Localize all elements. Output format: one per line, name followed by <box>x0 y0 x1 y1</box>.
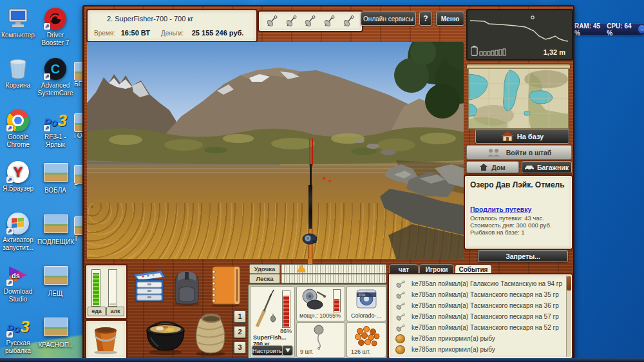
desktop-icon-partial[interactable]: Г <box>74 165 82 195</box>
reel-percent: 55% <box>329 312 341 319</box>
keeper-slot-2[interactable]: 2 <box>234 326 246 338</box>
groundbait-icon <box>395 334 405 343</box>
online-services-button[interactable]: Онлайн сервисы <box>361 12 416 26</box>
shortcut-arrow-icon: ↗ <box>44 23 50 30</box>
rf3-logo-icon: Ро3 ↗ <box>6 316 30 338</box>
bucket-icon <box>90 323 122 355</box>
help-button[interactable]: ? <box>419 12 432 26</box>
desktop-icon-rf3-shortcut[interactable]: Ро3 ↗ RF3-1 - Ярлык <box>37 110 73 148</box>
lure-slot-icon[interactable] <box>265 14 279 28</box>
desktop-icon-partial[interactable]: ГО <box>74 113 82 143</box>
alcohol-label: алк <box>106 307 124 316</box>
groundbait-icon <box>395 345 405 354</box>
chat-scrollbar[interactable] <box>566 276 571 357</box>
rod-card[interactable]: 86% SuperFish... 700 кг Настроить <box>250 286 295 357</box>
desktop-icon-podleshchik[interactable]: ПОДЛЕЩИК <box>37 213 73 246</box>
minimap[interactable] <box>468 63 567 128</box>
desktop-icon-download-studio[interactable]: ds ↗ Download Studio <box>0 264 36 303</box>
enter-hq-button[interactable]: Войти в штаб <box>466 145 572 160</box>
chevron-down-icon <box>285 348 290 352</box>
chat-panel: ke785an поймал(а) Галаксию Тасманскую на… <box>388 273 573 359</box>
ram-usage: RAM: 45 % <box>574 23 603 37</box>
desktop-icon-vobla[interactable]: ВОБЛА <box>37 161 73 195</box>
people-icon <box>487 148 502 157</box>
lure-slot-icon[interactable] <box>285 14 298 28</box>
desktop-icon-label: Download Studio <box>4 288 32 303</box>
rod-tip-left <box>309 138 310 166</box>
depth-value: 1,32 m <box>544 48 565 56</box>
desktop-icon-leshch[interactable]: ЛЕЩ <box>37 264 73 298</box>
keeper-slot-3[interactable]: 3 <box>234 341 246 354</box>
desktop-icon-krasnop[interactable]: КРАСНОП.. <box>37 316 73 349</box>
desktop-icon-russian-fishing[interactable]: Ро3 ↗ Русская рыбалка <box>0 316 36 354</box>
photo-thumbnail-icon <box>74 165 82 184</box>
photo-thumbnail-icon <box>44 214 67 236</box>
windows-taskbar-edge[interactable] <box>0 358 644 362</box>
computer-icon <box>6 8 30 30</box>
trunk-button[interactable]: Багажник <box>522 161 572 173</box>
gadget-expand-icon[interactable]: → <box>638 25 644 33</box>
bans-label: Запреты... <box>506 252 540 260</box>
configure-rod-button[interactable]: Настроить <box>252 345 283 356</box>
backpack-item[interactable] <box>170 267 204 307</box>
chat-message: ke785an поймал(а) Тасманского пескаря на… <box>390 311 564 322</box>
window-title: 2. SuperFisher-700 - 700 кг <box>107 15 193 23</box>
photo-thumbnail-icon <box>44 266 67 288</box>
reel-card[interactable]: мощн.: 100 55% <box>296 286 345 321</box>
photo-thumbnail-icon <box>44 318 67 339</box>
bait-card[interactable]: 126 шт. <box>346 322 386 357</box>
desktop-icon-partial[interactable]: Т <box>74 216 82 246</box>
line-card[interactable]: COL Colorado-... <box>346 286 386 321</box>
desktop-icon-computer[interactable]: Компьютер <box>0 8 36 39</box>
game-scene-view[interactable] <box>87 42 464 259</box>
home-button[interactable]: Дом <box>466 161 519 173</box>
desktop-icon-label: ПОДЛЕЩИК <box>37 238 74 245</box>
ticket-remaining: Осталось путевки: 43 час. <box>470 214 544 222</box>
bucket-slot[interactable] <box>85 319 128 359</box>
notebook-item[interactable] <box>207 264 243 308</box>
menu-button[interactable]: Меню <box>436 12 464 26</box>
rod-dropdown-button[interactable] <box>282 345 293 356</box>
day-cost: Стоимость дня: 300 000 руб. <box>470 222 552 229</box>
creel-item[interactable] <box>192 310 229 357</box>
desktop-icon-partial[interactable]: БЕ <box>74 62 82 91</box>
chat-message: ke785an прикормил(а) рыбу <box>390 333 564 344</box>
to-base-button[interactable]: На базу <box>475 129 569 144</box>
desktop-icon-google-chrome[interactable]: ↗ Google Chrome <box>0 110 36 148</box>
trunk-label: Багажник <box>537 164 569 171</box>
lure-slot-icon[interactable] <box>342 14 355 28</box>
desktop-icon-advanced-systemcare[interactable]: C ↗ Advanced SystemCare <box>37 58 73 97</box>
chat-message-list: ke785an поймал(а) Галаксию Тасманскую на… <box>390 278 564 355</box>
chat-scrollbar-thumb[interactable] <box>567 276 571 291</box>
rod-wear-fill <box>283 296 289 327</box>
desktop-icon-label: Advanced SystemCare <box>37 82 73 97</box>
chat-message: ke785an поймал(а) Тасманского пескаря на… <box>390 300 564 311</box>
cpu-usage: CPU: 64 % <box>607 23 634 37</box>
desktop-icon-activator[interactable]: ↗ Активатор запустит... <box>0 213 36 251</box>
keeper-slot-1[interactable]: 1 <box>234 310 246 323</box>
home-icon <box>480 164 488 171</box>
warning-icon <box>298 265 305 272</box>
desktop-icon-ya-browser[interactable]: Y ↗ Я.Браузер <box>0 161 36 193</box>
tackle-cards-panel: 86% SuperFish... 700 кг Настроить мощн.:… <box>248 284 387 359</box>
slot-1-label: 1 <box>238 312 242 320</box>
jig-card[interactable]: 9 шт. <box>296 322 345 357</box>
desktop-icon-driver-booster[interactable]: ↗ Driver Booster 7 <box>37 8 73 46</box>
car-icon <box>525 164 534 170</box>
lure-slot-icon[interactable] <box>303 14 317 28</box>
lure-quick-slots <box>258 10 363 32</box>
notebook-icon <box>207 264 243 308</box>
configure-label: Настроить <box>252 347 282 354</box>
bans-button[interactable]: Запреты... <box>478 250 568 262</box>
extend-ticket-link[interactable]: Продлить путевку <box>470 205 531 213</box>
desktop-icon-label: Активатор запустит... <box>3 236 33 251</box>
lure-slot-icon[interactable] <box>323 14 336 28</box>
shortcut-arrow-icon: ↗ <box>44 73 50 80</box>
desktop-icon-label: Driver Booster 7 <box>42 32 70 46</box>
desktop-icon-recycle-bin[interactable]: Корзина <box>0 58 36 90</box>
tackle-box-item[interactable] <box>128 265 167 305</box>
cauldron-item[interactable] <box>142 309 189 356</box>
system-monitor-gadget: RAM: 45 % CPU: 64 % → <box>569 23 644 35</box>
chat-message-text: ke785an прикормил(а) рыбу <box>412 346 495 353</box>
food-label: еда <box>88 307 106 316</box>
